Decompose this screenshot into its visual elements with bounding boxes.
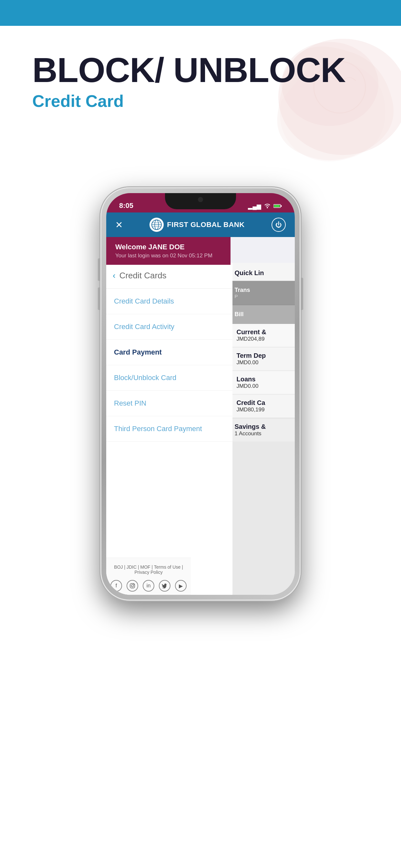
savings-section: Savings & 1 Accounts (230, 418, 295, 441)
instagram-icon[interactable] (127, 580, 138, 592)
back-button[interactable]: ‹ (113, 271, 116, 281)
menu-item-details[interactable]: Credit Card Details (106, 289, 233, 314)
svg-point-13 (134, 584, 134, 585)
menu-list: Credit Card Details Credit Card Activity… (106, 289, 233, 442)
account-loans-name: Loans (236, 376, 291, 383)
quick-panel: Quick Lin Trans P Bill Current & (230, 263, 295, 595)
close-button[interactable]: ✕ (115, 220, 123, 230)
phone-notch (165, 193, 236, 209)
welcome-login: Your last login was on 02 Nov 05:12 PM (115, 252, 221, 259)
savings-accounts-count: 1 Accounts (235, 430, 291, 437)
signal-icon: ▂▄▆ (248, 203, 261, 210)
power-icon[interactable]: ⏻ (272, 218, 286, 232)
status-icons: ▂▄▆ (248, 203, 282, 210)
quick-link-bill[interactable]: Bill (230, 305, 295, 324)
screen-footer: BOJ | JDIC | MOF | Terms of Use | Privac… (106, 558, 191, 595)
quick-links-title: Quick Lin (235, 269, 291, 277)
account-credit-card[interactable]: Credit Ca JMD80,199 (230, 395, 295, 417)
account-term-name: Term Dep (236, 352, 291, 360)
svg-rect-5 (274, 205, 280, 207)
menu-item-pin[interactable]: Reset PIN (106, 391, 233, 416)
hero-subtitle: Credit Card (32, 91, 369, 111)
menu-item-activity[interactable]: Credit Card Activity (106, 314, 233, 340)
power-button (301, 278, 303, 310)
screen-content: ‹ Credit Cards Credit Card Details Credi… (106, 263, 295, 595)
menu-item-block[interactable]: Block/Unblock Card (106, 365, 233, 391)
account-loans[interactable]: Loans JMD0.00 (230, 371, 295, 394)
facebook-icon[interactable]: f (111, 580, 122, 592)
phone-device: 8:05 ▂▄▆ (100, 187, 301, 600)
bank-logo: FIRST GLOBAL BANK (150, 218, 244, 232)
menu-title: Credit Cards (120, 271, 166, 281)
status-time: 8:05 (119, 202, 133, 210)
volume-up-button (98, 258, 100, 281)
account-loans-balance: JMD0.00 (236, 383, 291, 390)
account-term-deposit[interactable]: Term Dep JMD0.00 (230, 347, 295, 370)
wifi-icon (264, 203, 271, 210)
hero-title: BLOCK/ UNBLOCK (32, 52, 369, 88)
volume-down-button (98, 287, 100, 310)
menu-header: ‹ Credit Cards (106, 263, 233, 289)
menu-panel: ‹ Credit Cards Credit Card Details Credi… (106, 263, 233, 595)
svg-rect-4 (281, 205, 282, 207)
top-bar (0, 0, 401, 26)
linkedin-icon[interactable]: in (143, 580, 154, 592)
menu-item-payment[interactable]: Card Payment (106, 340, 233, 365)
footer-social: f in (110, 580, 188, 592)
quick-link-transfer[interactable]: Trans P (230, 281, 295, 305)
account-current-name: Current & (236, 329, 291, 336)
footer-links: BOJ | JDIC | MOF | Terms of Use | Privac… (110, 564, 188, 575)
account-current-balance: JMD204,89 (236, 336, 291, 342)
account-term-balance: JMD0.00 (236, 360, 291, 366)
svg-point-12 (131, 585, 134, 587)
welcome-name: Welcome JANE DOE (115, 243, 221, 251)
savings-title: Savings & (235, 423, 291, 430)
bank-header: ✕ FIRST GLOBAL BANK ⏻ (106, 213, 295, 237)
welcome-bar: Welcome JANE DOE Your last login was on … (106, 237, 230, 265)
phone-screen: 8:05 ▂▄▆ (106, 193, 295, 595)
bank-name: FIRST GLOBAL BANK (167, 221, 244, 229)
account-credit-balance: JMD80,199 (236, 407, 291, 413)
account-current[interactable]: Current & JMD204,89 (230, 324, 295, 347)
battery-icon (274, 203, 282, 210)
menu-item-third-person[interactable]: Third Person Card Payment (106, 416, 233, 442)
account-credit-name: Credit Ca (236, 399, 291, 407)
hero-section: BLOCK/ UNBLOCK Credit Card (0, 26, 401, 187)
twitter-icon[interactable] (159, 580, 171, 592)
power-symbol: ⏻ (275, 221, 282, 228)
phone-wrapper: 8:05 ▂▄▆ (0, 187, 401, 633)
youtube-icon[interactable]: ▶ (175, 580, 187, 592)
logo-icon (150, 218, 164, 232)
